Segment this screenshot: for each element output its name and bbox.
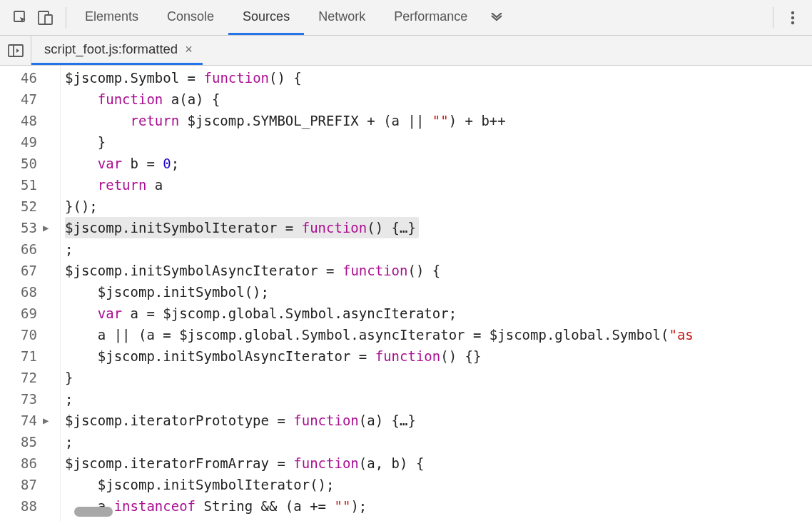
code-line[interactable]: var b = 0; <box>65 153 812 174</box>
code-line[interactable]: var c = 0 <box>65 517 812 521</box>
code-line[interactable]: $jscomp.iteratorFromArray = function(a, … <box>65 452 812 474</box>
tab-sources[interactable]: Sources <box>228 0 304 35</box>
line-number[interactable]: 48 <box>0 110 37 131</box>
line-number[interactable]: 49 <box>0 131 37 153</box>
line-number[interactable]: 69 <box>0 303 37 324</box>
kebab-menu-icon[interactable] <box>783 10 802 26</box>
code-line[interactable]: }(); <box>65 196 812 217</box>
code-line[interactable]: $jscomp.Symbol = function() { <box>65 67 812 88</box>
code-line[interactable]: a || (a = $jscomp.global.Symbol.asyncIte… <box>65 324 812 345</box>
code-line[interactable]: } <box>65 367 812 388</box>
code-line[interactable]: return $jscomp.SYMBOL_PREFIX + (a || "")… <box>65 110 812 131</box>
code-line[interactable]: function a(a) { <box>65 88 812 110</box>
more-tabs-icon[interactable] <box>482 0 512 35</box>
code-line[interactable]: $jscomp.initSymbolIterator(); <box>65 474 812 495</box>
toolbar-right-icons <box>764 7 806 29</box>
tab-performance[interactable]: Performance <box>380 0 482 35</box>
line-number[interactable]: 53 <box>0 217 37 238</box>
line-number[interactable]: 73 <box>0 388 37 410</box>
code-line[interactable]: $jscomp.initSymbolAsyncIterator = functi… <box>65 345 812 367</box>
line-number[interactable]: 66 <box>0 238 37 260</box>
code-editor[interactable]: 4647484950515253666768697071727374858687… <box>0 66 812 521</box>
file-tab-label: script_foot.js:formatted <box>44 41 178 57</box>
line-number[interactable]: 50 <box>0 153 37 174</box>
panel-tabs: Elements Console Sources Network Perform… <box>71 0 764 35</box>
line-number[interactable]: 52 <box>0 196 37 217</box>
line-number[interactable]: 85 <box>0 431 37 452</box>
line-number[interactable]: 47 <box>0 88 37 110</box>
toolbar-divider-right <box>773 7 773 29</box>
svg-point-5 <box>791 21 794 24</box>
code-line[interactable]: ; <box>65 431 812 452</box>
code-line[interactable]: } <box>65 131 812 153</box>
tab-network[interactable]: Network <box>304 0 380 35</box>
code-content[interactable]: $jscomp.Symbol = function() { function a… <box>60 66 812 521</box>
code-line[interactable]: var a = $jscomp.global.Symbol.asyncItera… <box>65 303 812 324</box>
tab-elements[interactable]: Elements <box>71 0 153 35</box>
code-line[interactable]: ; <box>65 238 812 260</box>
main-toolbar: Elements Console Sources Network Perform… <box>0 0 812 36</box>
inspect-element-icon[interactable] <box>13 10 29 26</box>
line-number[interactable]: 87 <box>0 474 37 495</box>
svg-rect-2 <box>45 15 52 24</box>
line-number[interactable]: 86 <box>0 452 37 474</box>
line-number[interactable]: 46 <box>0 67 37 88</box>
svg-point-3 <box>791 11 794 14</box>
code-line[interactable]: return a <box>65 174 812 196</box>
fold-marker-icon[interactable]: ▶ <box>43 410 53 431</box>
code-line[interactable]: a instanceof String && (a += ""); <box>65 495 812 517</box>
code-line[interactable]: ; <box>65 388 812 410</box>
line-number[interactable]: 88 <box>0 495 37 517</box>
toolbar-left-icons <box>6 10 61 26</box>
svg-point-4 <box>791 16 794 19</box>
fold-marker-icon[interactable]: ▶ <box>43 217 53 238</box>
code-line[interactable]: $jscomp.iteratorPrototype = function(a) … <box>65 410 812 431</box>
line-number[interactable]: 74 <box>0 410 37 431</box>
code-line[interactable]: $jscomp.initSymbolAsyncIterator = functi… <box>65 260 812 281</box>
line-number[interactable]: 51 <box>0 174 37 196</box>
file-tab[interactable]: script_foot.js:formatted × <box>31 36 203 65</box>
line-number[interactable]: 67 <box>0 260 37 281</box>
close-icon[interactable]: × <box>185 42 193 57</box>
file-subheader: script_foot.js:formatted × <box>0 36 812 66</box>
line-number[interactable]: 68 <box>0 281 37 303</box>
line-number[interactable]: 70 <box>0 324 37 345</box>
line-number[interactable]: 71 <box>0 345 37 367</box>
line-number[interactable]: 72 <box>0 367 37 388</box>
line-number[interactable]: 89 <box>0 517 37 521</box>
svg-rect-6 <box>9 45 23 56</box>
fold-gutter: ▶▶ <box>43 66 60 521</box>
tab-console[interactable]: Console <box>153 0 228 35</box>
line-number-gutter: 4647484950515253666768697071727374858687… <box>0 66 43 521</box>
device-toggle-icon[interactable] <box>37 10 54 26</box>
code-line[interactable]: $jscomp.initSymbolIterator = function() … <box>65 217 812 238</box>
toolbar-divider <box>66 7 66 29</box>
code-line[interactable]: $jscomp.initSymbol(); <box>65 281 812 303</box>
navigator-toggle-icon[interactable] <box>0 36 31 65</box>
horizontal-scrollbar-thumb[interactable] <box>74 507 113 517</box>
